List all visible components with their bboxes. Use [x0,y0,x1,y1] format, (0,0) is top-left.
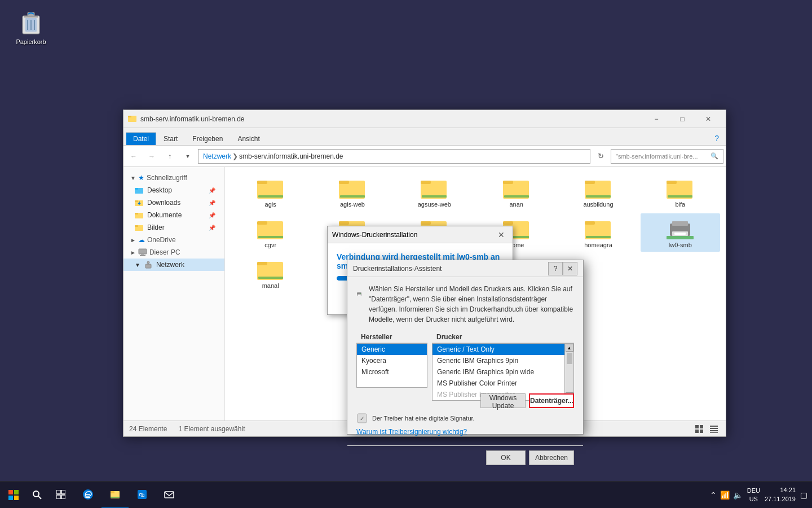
printer-bg-close-button[interactable]: ✕ [495,228,508,242]
dialog-help-button[interactable]: ? [548,262,563,275]
svg-point-85 [33,491,39,497]
svg-rect-9 [135,188,138,190]
sidebar-item-desktop[interactable]: Desktop 📌 [123,184,224,196]
help-icon[interactable]: ? [710,132,723,145]
language-badge[interactable]: DEU US [747,487,760,503]
network-breadcrumb[interactable]: Netzwerk [203,152,231,160]
ok-button[interactable]: OK [486,450,526,465]
taskbar-explorer-button[interactable] [102,481,129,509]
list-item[interactable]: agis [231,173,310,211]
svg-rect-17 [141,254,144,255]
clock[interactable]: 14:21 27.11.2019 [765,486,796,503]
up-button[interactable]: ↑ [162,148,178,164]
taskbar-mail-button[interactable] [156,481,183,509]
close-button[interactable]: ✕ [695,110,721,128]
sidebar-thispc[interactable]: ► Dieser PC [123,246,224,259]
sig-link[interactable]: Warum ist Treibersignierung wichtig? [356,428,467,436]
maximize-button[interactable]: □ [669,110,695,128]
start-button[interactable] [0,481,27,509]
scrollbar[interactable]: ▲ ▼ [564,344,573,400]
address-field[interactable]: Netzwerk ❯ smb-serv.informatik.uni-breme… [198,149,590,164]
chevron-icon-pc: ► [130,249,136,256]
file-label: manal [262,282,279,289]
file-label: agsuse-web [418,201,451,208]
list-view-button[interactable] [708,423,720,435]
file-label: cgvr [264,242,276,248]
mail-icon [164,489,175,500]
taskbar-search-button[interactable] [27,481,47,509]
taskbar-store-button[interactable]: 🛍 [129,481,156,509]
quick-access-label: Schnellzugriff [147,174,187,182]
svg-rect-82 [14,490,19,494]
tab-start[interactable]: Start [156,132,185,145]
recycle-bin-icon[interactable]: Papierkorb [11,11,51,45]
svg-rect-50 [503,221,513,225]
svg-rect-75 [358,292,361,293]
scroll-up-arrow[interactable]: ▲ [566,344,573,352]
datentraeger-button[interactable]: Datenträger... [529,393,574,408]
file-label: lw0-smb [669,242,692,248]
sidebar-item-downloads[interactable]: Downloads 📌 [123,196,224,209]
drucker-ibm-9pin[interactable]: Generic IBM Graphics 9pin [433,355,564,366]
file-label: homeagra [584,242,612,248]
search-box[interactable]: "smb-serv.informatik.uni-bre... 🔍 [611,149,723,164]
hersteller-list[interactable]: Generic Kyocera Microsoft [356,343,427,388]
scroll-thumb[interactable] [567,353,572,364]
drucker-ibm-9pin-wide[interactable]: Generic IBM Graphics 9pin wide [433,366,564,378]
ribbon-tabs: Datei Start Freigeben Ansicht ? [123,128,726,145]
list-item[interactable]: agis-web [312,173,392,211]
tab-datei[interactable]: Datei [126,132,156,145]
language-text: DEU [747,487,760,494]
chevron-up-icon[interactable]: ⌃ [710,491,717,500]
grid-view-button[interactable] [693,423,705,435]
notification-icon[interactable]: ▢ [800,491,807,500]
list-item[interactable]: cgvr [231,213,310,252]
svg-text:🛍: 🛍 [139,492,145,498]
volume-icon[interactable]: 🔈 [733,491,743,500]
back-button[interactable]: ← [126,148,142,164]
sidebar-quick-access[interactable]: ▼ ★ Schnellzugriff [123,172,224,184]
drucker-ms-publisher-color[interactable]: MS Publisher Color Printer [433,378,564,389]
list-item[interactable]: anan [476,173,556,211]
forward-button[interactable]: → [144,148,160,164]
recent-locations-button[interactable]: ▼ [180,148,196,164]
dialog-close-button[interactable]: ✕ [563,262,577,275]
recycle-bin-label: Papierkorb [16,38,46,45]
drucker-generic-text[interactable]: Generic / Text Only [433,344,564,355]
search-icon[interactable]: 🔍 [710,152,718,160]
svg-rect-33 [504,195,529,198]
sidebar-downloads-label: Downloads [147,199,180,207]
list-item[interactable]: bifa [641,173,720,211]
hersteller-microsoft[interactable]: Microsoft [357,366,427,378]
pin-icon-dokumente: 📌 [209,212,215,218]
svg-rect-11 [135,200,138,202]
minimize-button[interactable]: − [643,110,669,128]
sidebar-item-dokumente[interactable]: Dokumente 📌 [123,209,224,221]
taskbar-right: ⌃ 📶 🔈 DEU US 14:21 27.11.2019 ▢ [710,486,812,503]
ribbon: Datei Start Freigeben Ansicht ? [123,128,726,146]
sidebar-onedrive[interactable]: ► ☁ OneDrive [123,234,224,246]
taskbar-edge-button[interactable] [74,481,102,509]
network-status-icon[interactable]: 📶 [720,491,730,500]
svg-rect-38 [667,181,677,184]
cancel-button[interactable]: Abbrechen [529,450,574,465]
tab-freigeben[interactable]: Freigeben [185,132,230,145]
list-item-lw0smb[interactable]: lw0-smb [641,213,720,252]
folder-icon-bifa [667,176,694,200]
list-item[interactable]: ausbildung [558,173,638,211]
hersteller-generic[interactable]: Generic [357,344,427,355]
svg-rect-59 [667,236,694,239]
tab-ansicht[interactable]: Ansicht [230,132,267,145]
hersteller-kyocera[interactable]: Kyocera [357,355,427,366]
list-item[interactable]: agsuse-web [395,173,474,211]
windows-update-button[interactable]: Windows Update [480,393,526,408]
drucker-list[interactable]: Generic / Text Only Generic IBM Graphics… [433,344,564,400]
taskbar-taskview-button[interactable] [47,481,74,509]
list-item[interactable]: homeagra [558,213,638,252]
sidebar-item-netzwerk[interactable]: ▼ Netzwerk [123,259,224,271]
network-printer-icon [667,217,694,240]
refresh-button[interactable]: ↻ [593,148,608,164]
sidebar-item-bilder[interactable]: Bilder 📌 [123,221,224,234]
list-item[interactable]: manal [231,254,310,292]
svg-rect-67 [700,425,703,428]
